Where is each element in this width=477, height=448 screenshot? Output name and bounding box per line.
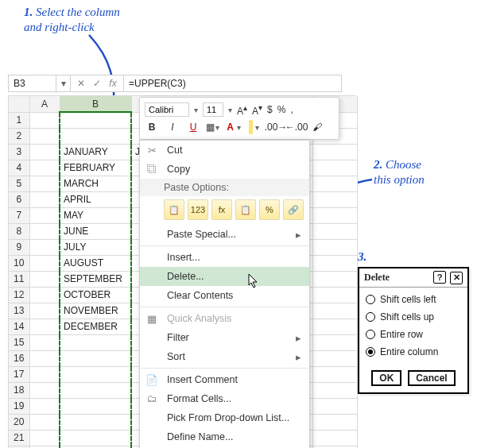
delete-option-3[interactable]: Entire column <box>366 343 461 361</box>
delete-option-0[interactable]: Shift cells left <box>366 291 461 308</box>
increase-font-icon[interactable]: A▴ <box>237 103 247 117</box>
cell[interactable] <box>312 207 357 223</box>
cell[interactable] <box>29 144 60 160</box>
cell[interactable] <box>312 271 357 287</box>
cell[interactable] <box>312 255 357 271</box>
cell[interactable] <box>29 160 60 176</box>
row-header[interactable]: 16 <box>9 350 29 366</box>
font-name-input[interactable] <box>145 102 189 117</box>
dialog-close-button[interactable]: ✕ <box>450 272 463 284</box>
border-button[interactable]: ▦▾ <box>207 120 221 134</box>
cell[interactable] <box>60 430 131 446</box>
row-header[interactable]: 5 <box>9 176 29 191</box>
row-header[interactable]: 3 <box>9 144 29 160</box>
cell[interactable]: SEPTEMBER <box>60 271 131 287</box>
cell[interactable] <box>312 382 357 398</box>
formula-input[interactable]: =UPPER(C3) <box>123 75 341 91</box>
cell[interactable] <box>29 239 60 255</box>
cell[interactable] <box>312 350 357 366</box>
cell[interactable] <box>29 303 60 319</box>
menu-format-cells[interactable]: 🗂 Format Cells... <box>140 389 309 408</box>
cell[interactable] <box>60 334 131 350</box>
row-header[interactable]: 13 <box>9 303 29 319</box>
cell[interactable]: JANUARY <box>60 144 131 160</box>
cell[interactable] <box>312 223 357 239</box>
cell[interactable]: JULY <box>60 239 131 255</box>
accept-formula-icon[interactable]: ✓ <box>90 76 104 91</box>
decrease-decimal-icon[interactable]: .00→ <box>269 120 283 134</box>
row-header[interactable]: 12 <box>9 287 29 303</box>
row-header[interactable]: 18 <box>9 382 29 398</box>
cell[interactable] <box>29 271 60 287</box>
paste-option-5[interactable]: 🔗 <box>283 199 304 220</box>
cell[interactable]: MARCH <box>60 176 131 191</box>
menu-insert[interactable]: Insert... <box>140 248 309 267</box>
cell[interactable] <box>60 366 131 382</box>
cell[interactable] <box>60 398 131 414</box>
menu-clear-contents[interactable]: Clear Contents <box>140 286 309 305</box>
dialog-ok-button[interactable]: OK <box>371 370 401 386</box>
cell[interactable]: APRIL <box>60 191 131 207</box>
menu-copy[interactable]: ⿻ Copy <box>140 160 309 179</box>
cell[interactable]: FEBRUARY <box>60 160 131 176</box>
menu-pick-from-list[interactable]: Pick From Drop-down List... <box>140 408 309 427</box>
menu-quick-analysis[interactable]: ▦ Quick Analysis <box>140 309 309 328</box>
currency-icon[interactable]: $ <box>267 104 273 115</box>
row-header[interactable]: 9 <box>9 239 29 255</box>
paste-option-2[interactable]: fx <box>211 199 232 220</box>
paste-option-0[interactable]: 📋 <box>164 199 184 220</box>
cell[interactable]: DECEMBER <box>60 319 131 334</box>
cancel-formula-icon[interactable]: ✕ <box>74 76 88 91</box>
cell[interactable] <box>312 176 357 191</box>
delete-option-1[interactable]: Shift cells up <box>366 308 461 326</box>
row-header[interactable]: 2 <box>9 128 29 144</box>
cell[interactable]: MAY <box>60 207 131 223</box>
cell[interactable] <box>29 223 60 239</box>
row-header[interactable]: 21 <box>9 430 29 446</box>
cell[interactable] <box>29 207 60 223</box>
dialog-cancel-button[interactable]: Cancel <box>408 370 455 386</box>
format-painter-icon[interactable]: 🖌 <box>310 120 324 134</box>
name-box[interactable]: B3 <box>9 75 56 91</box>
fx-icon[interactable]: fx <box>106 76 120 91</box>
row-header[interactable]: 17 <box>9 366 29 382</box>
menu-cut[interactable]: ✂ Cut <box>140 141 309 160</box>
cell[interactable] <box>29 334 60 350</box>
cell[interactable] <box>312 160 357 176</box>
cell[interactable] <box>29 176 60 191</box>
row-header[interactable]: 11 <box>9 271 29 287</box>
column-header-a[interactable]: A <box>29 96 60 112</box>
cell[interactable] <box>312 319 357 334</box>
cell[interactable] <box>312 287 357 303</box>
menu-insert-comment[interactable]: 📄 Insert Comment <box>140 370 309 389</box>
paste-option-3[interactable]: 📋 <box>235 199 256 220</box>
menu-filter[interactable]: Filter▸ <box>140 328 309 347</box>
row-header[interactable]: 10 <box>9 255 29 271</box>
cell[interactable]: NOVEMBER <box>60 303 131 319</box>
cell[interactable] <box>60 382 131 398</box>
menu-paste-special[interactable]: Paste Special... ▸ <box>140 225 309 244</box>
paste-option-1[interactable]: 123 <box>188 199 208 220</box>
cell[interactable] <box>29 350 60 366</box>
menu-delete[interactable]: Delete... <box>140 267 309 286</box>
cell[interactable] <box>60 414 131 430</box>
cell[interactable] <box>29 287 60 303</box>
row-header[interactable]: 14 <box>9 319 29 334</box>
row-header[interactable]: 7 <box>9 207 29 223</box>
column-header-b[interactable]: B <box>60 96 131 112</box>
cell[interactable] <box>29 414 60 430</box>
row-header[interactable]: 4 <box>9 160 29 176</box>
cell[interactable] <box>29 112 60 128</box>
cell[interactable] <box>312 334 357 350</box>
cell[interactable] <box>312 239 357 255</box>
font-color-button[interactable]: A▾ <box>227 120 242 134</box>
increase-decimal-icon[interactable]: ←.00 <box>289 120 304 134</box>
cell[interactable] <box>29 319 60 334</box>
row-header[interactable]: 1 <box>9 112 29 128</box>
cell[interactable] <box>60 112 131 128</box>
percent-icon[interactable]: % <box>277 104 286 115</box>
row-header[interactable]: 19 <box>9 398 29 414</box>
cell[interactable] <box>29 382 60 398</box>
cell[interactable] <box>29 191 60 207</box>
cell[interactable] <box>29 128 60 144</box>
